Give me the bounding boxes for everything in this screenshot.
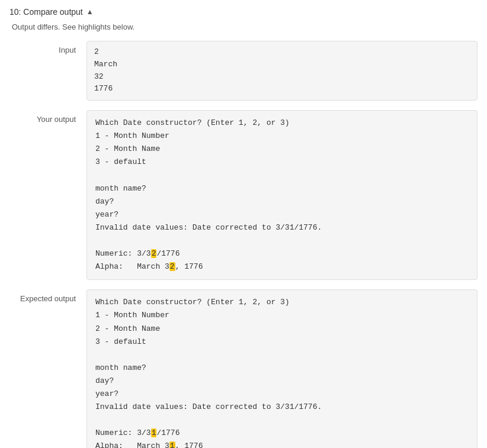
- your-output-line8: year?: [95, 210, 118, 219]
- your-output-box: Which Date constructor? (Enter 1, 2, or …: [86, 110, 478, 280]
- expected-line3: 2 - Month Name: [95, 324, 160, 333]
- input-box: 2 March 32 1776: [86, 41, 478, 101]
- expected-line1: Which Date constructor? (Enter 1, 2, or …: [95, 298, 290, 307]
- expected-output-box: Which Date constructor? (Enter 1, 2, or …: [86, 289, 478, 448]
- compare-grid: Input 2 March 32 1776 Your output Which …: [9, 41, 478, 448]
- section-header[interactable]: 10: Compare output ▲: [9, 7, 478, 17]
- expected-line9: Invalid date values: Date corrected to 3…: [95, 402, 322, 411]
- your-output-line2: 1 - Month Number: [95, 131, 169, 140]
- diff-notice: Output differs. See highlights below.: [12, 22, 478, 31]
- expected-output-label: Expected output: [9, 289, 86, 303]
- expected-line7: day?: [95, 376, 114, 385]
- your-output-line6: month name?: [95, 184, 146, 193]
- expected-line6: month name?: [95, 363, 146, 372]
- your-output-label: Your output: [9, 110, 86, 124]
- input-line-3: 32: [94, 72, 104, 81]
- section-title: 10: Compare output: [9, 7, 83, 17]
- expected-line12: Alpha: March 31, 1776: [95, 441, 203, 448]
- your-output-highlight1: 2: [151, 249, 157, 258]
- chevron-icon: ▲: [86, 8, 94, 16]
- expected-highlight1: 1: [151, 428, 157, 437]
- expected-line4: 3 - default: [95, 337, 146, 346]
- expected-line2: 1 - Month Number: [95, 311, 169, 320]
- your-output-line11: Numeric: 3/32/1776: [95, 249, 180, 258]
- input-line-2: March: [94, 60, 117, 69]
- input-line-1: 2: [94, 47, 99, 56]
- your-output-line4: 3 - default: [95, 157, 146, 166]
- your-output-line3: 2 - Month Name: [95, 144, 160, 153]
- your-output-line9: Invalid date values: Date corrected to 3…: [95, 223, 322, 232]
- expected-highlight2: 1: [169, 441, 175, 448]
- your-output-highlight2: 2: [169, 262, 175, 271]
- your-output-line12: Alpha: March 32, 1776: [95, 262, 203, 271]
- your-output-line1: Which Date constructor? (Enter 1, 2, or …: [95, 118, 290, 127]
- your-output-line7: day?: [95, 197, 114, 206]
- expected-line8: year?: [95, 389, 118, 398]
- expected-line11: Numeric: 3/31/1776: [95, 428, 180, 437]
- input-line-4: 1776: [94, 84, 113, 93]
- input-label: Input: [9, 41, 86, 54]
